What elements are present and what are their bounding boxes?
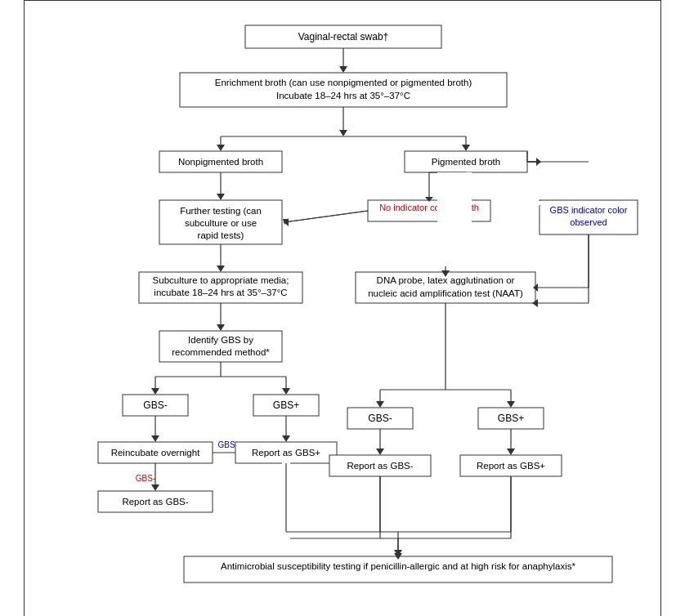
svg-line-73 [284, 211, 368, 222]
svg-marker-61 [376, 449, 384, 455]
svg-marker-12 [462, 145, 470, 151]
svg-marker-64 [507, 449, 515, 455]
svg-marker-37 [282, 388, 290, 395]
further-testing-label3: rapid tests) [198, 230, 244, 240]
svg-marker-49 [151, 484, 159, 491]
enrichment-broth-label: Enrichment broth (can use nonpigmented o… [215, 78, 472, 87]
identify-gbs-label2: recommended method* [172, 347, 270, 357]
identify-gbs-label: Identify GBS by [188, 335, 253, 345]
svg-marker-55 [376, 401, 384, 408]
svg-marker-35 [151, 388, 159, 395]
dna-probe-label2: nucleic acid amplification test (NAAT) [368, 288, 523, 298]
report-gbs-plus-1-label: Report as GBS+ [252, 448, 320, 458]
gbs-plus-2-label: GBS+ [498, 413, 524, 424]
gbs-minus-2-label: GBS- [368, 413, 392, 424]
antimicrobial-label: Antimicrobial susceptibility testing if … [221, 561, 576, 571]
subculture-label: Subculture to appropriate media; [153, 275, 289, 285]
vaginal-swab-label: Vaginal-rectal swab† [298, 31, 389, 42]
svg-marker-2 [339, 66, 347, 73]
nonpigmented-broth-label: Nonpigmented broth [178, 157, 263, 167]
svg-marker-46 [282, 435, 290, 442]
gbs-minus-1-label: GBS- [143, 400, 167, 411]
subculture-label2: incubate 18–24 hrs at 35°–37°C [154, 288, 287, 297]
reincubate-label: Reincubate overnight [111, 448, 200, 458]
svg-marker-9 [217, 145, 225, 151]
svg-rect-97 [523, 201, 593, 205]
svg-marker-85 [536, 158, 541, 166]
svg-marker-27 [217, 266, 225, 272]
incubate-label: Incubate 18–24 hrs at 35°–37°C [276, 91, 410, 100]
gbs-plus-1-label: GBS+ [273, 400, 299, 411]
svg-marker-57 [507, 401, 515, 408]
further-testing-label: Further testing (can [180, 206, 262, 216]
report-gbs-minus-label: Report as GBS- [122, 497, 188, 507]
diagram-container: Vaginal-rectal swab† Enrichment broth (c… [24, 0, 661, 616]
svg-rect-96 [437, 172, 472, 266]
svg-marker-5 [339, 130, 347, 136]
pigmented-broth-label: Pigmented broth [432, 157, 500, 167]
report-gbs-plus-2-label: Report as GBS+ [477, 461, 545, 471]
report-gbs-minus-2-label: Report as GBS- [347, 461, 413, 471]
svg-marker-15 [217, 194, 225, 200]
svg-marker-41 [151, 435, 159, 442]
gbs-indicator-label2: observed [570, 217, 607, 227]
svg-marker-30 [217, 324, 225, 331]
gbs-minus-reincubate-label: GBS- [136, 474, 155, 483]
gbs-indicator-label: GBS indicator color [550, 205, 628, 215]
further-testing-label2: subculture or use [185, 218, 257, 228]
